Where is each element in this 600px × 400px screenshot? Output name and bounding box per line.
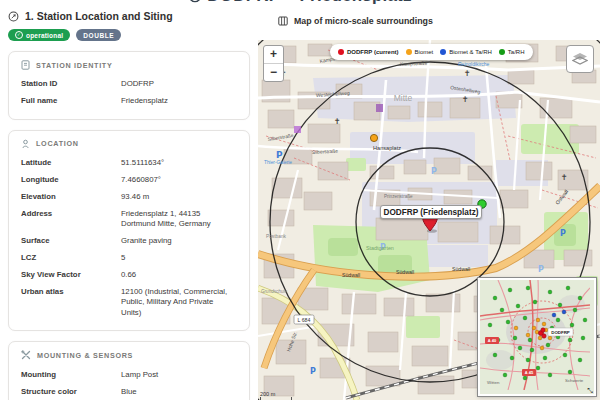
field-value: 51.5111634° [121, 158, 164, 169]
map-panel-title: Map of micro-scale surroundings [278, 16, 433, 26]
map-legend: DODFRP (current) Biomet Biomet & Ta/RH T… [330, 44, 533, 60]
field-row: LCZ5 [21, 250, 237, 267]
blue-dot-icon [440, 49, 446, 55]
field-row: Full nameFriedensplatz [21, 93, 237, 110]
page-title: DODFRP – Friedensplatz [0, 0, 600, 6]
location-header: LOCATION [21, 139, 237, 149]
field-value: 0.66 [121, 270, 136, 281]
field-value: 7.4660807° [121, 175, 161, 186]
svg-text:Prinzenstraße: Prinzenstraße [384, 194, 413, 199]
svg-text:A 45: A 45 [525, 370, 534, 375]
field-value: Blue [121, 387, 137, 398]
field-value: Friedensplatz 1, 44135 Dortmund Mitte, G… [121, 209, 233, 230]
svg-text:L 684: L 684 [298, 317, 311, 323]
svg-text:Mitte: Mitte [394, 93, 413, 103]
station-tooltip: DODFRP (Friedensplatz) [380, 205, 482, 219]
scale-bar: 200 m [260, 391, 292, 400]
church-icon: ✝ [561, 173, 568, 182]
field-label: Structure color [21, 387, 121, 396]
field-row: Urban atlas12100 (Industrial, Commercial… [21, 284, 237, 322]
svg-text:Thier-Galerie: Thier-Galerie [264, 160, 292, 165]
museum-icon [294, 126, 301, 133]
section-title: 1. Station Location and Siting [8, 10, 250, 22]
field-row: Station IDDODFRP [21, 76, 237, 93]
field-value: Friedensplatz [121, 96, 168, 107]
location-card: LOCATION Latitude51.5111634° Longitude7.… [8, 130, 250, 332]
svg-text:Hansaplatz: Hansaplatz [373, 145, 401, 151]
station-panel: 1. Station Location and Siting ✓ operati… [8, 10, 250, 400]
svg-text:Südwall: Südwall [452, 266, 470, 272]
field-label: Station ID [21, 79, 121, 88]
shop-icon [376, 104, 383, 112]
parking-icon: P [310, 367, 316, 376]
biomet-marker[interactable] [370, 134, 377, 141]
compass-icon [8, 11, 19, 22]
field-label: Mounting [21, 370, 121, 379]
church-icon: ✝ [334, 117, 341, 126]
micro-scale-map[interactable]: ✝ ✝ ✝ ✝ ✝ P P P P P P Kampstraße Kampstr… [258, 40, 600, 400]
zoom-out-button[interactable]: − [264, 64, 283, 81]
layers-button[interactable] [566, 45, 594, 73]
document-icon [21, 60, 30, 70]
svg-text:Reinoldikirche: Reinoldikirche [458, 61, 490, 67]
svg-text:Schwerte: Schwerte [565, 378, 584, 383]
church-icon: ✝ [462, 95, 469, 104]
tools-icon [21, 350, 31, 360]
mounting-header: MOUNTING & SENSORS [21, 350, 237, 360]
field-label: Elevation [21, 192, 121, 201]
map-icon [278, 16, 288, 26]
status-badge-operational: ✓ operational [8, 29, 70, 41]
parking-icon: P [276, 150, 283, 160]
field-row: SurfaceGranite paving [21, 233, 237, 250]
church-icon: ✝ [464, 69, 471, 78]
type-badge-double: DOUBLE [76, 29, 121, 41]
field-label: Latitude [21, 158, 121, 167]
zoom-control[interactable]: + − [263, 45, 284, 82]
inset-basemap: DODFRP A 40 A 45 Witten Schwerte [480, 280, 590, 390]
zoom-in-button[interactable]: + [264, 46, 283, 64]
field-row: AddressFriedensplatz 1, 44135 Dortmund M… [21, 205, 237, 232]
field-row: Longitude7.4660807° [21, 172, 237, 189]
legend-item-biomet: Biomet [406, 49, 434, 55]
field-label: Full name [21, 96, 121, 105]
status-badges: ✓ operational DOUBLE [8, 29, 250, 41]
field-label: Sky View Factor [21, 270, 121, 279]
field-label: LCZ [21, 253, 121, 262]
compass-icon [188, 0, 202, 8]
field-value: 93.46 m [121, 192, 149, 203]
parking-icon: P [538, 265, 544, 274]
legend-item-biomet-tarh: Biomet & Ta/RH [440, 49, 492, 55]
station-identity-header: STATION IDENTITY [21, 60, 237, 70]
station-identity-card: STATION IDENTITY Station IDDODFRP Full n… [8, 51, 250, 120]
field-value: 5 [121, 253, 125, 264]
road-ref-badge: L 684 [294, 315, 314, 324]
red-dot-icon [338, 49, 344, 55]
overview-inset-map[interactable]: DODFRP A 40 A 45 Witten Schwerte ⤡ [478, 278, 596, 396]
field-row: MountingLamp Post [21, 366, 237, 383]
field-value: 12100 (Industrial, Commercial, Public, M… [121, 287, 233, 319]
mounting-sensors-card: MOUNTING & SENSORS MountingLamp Post Str… [8, 341, 250, 400]
field-row: Elevation93.46 m [21, 189, 237, 206]
svg-text:Südwall: Südwall [396, 269, 414, 275]
parking-icon: P [560, 229, 566, 238]
svg-text:Südwall: Südwall [342, 272, 360, 278]
svg-text:A 40: A 40 [488, 338, 497, 343]
field-value: Lamp Post [121, 370, 158, 381]
svg-text:Stadtgarten: Stadtgarten [366, 245, 394, 251]
legend-item-current: DODFRP (current) [338, 49, 399, 55]
legend-item-tarh: Ta/RH [499, 49, 525, 55]
svg-text:Postbank: Postbank [266, 234, 287, 239]
layers-icon [572, 52, 588, 66]
check-circle-icon: ✓ [15, 31, 23, 39]
field-label: Address [21, 209, 121, 218]
section-title-text: 1. Station Location and Siting [25, 10, 173, 22]
field-label: Urban atlas [21, 287, 121, 296]
field-row: Structure colorBlue [21, 383, 237, 400]
svg-text:Witten: Witten [487, 380, 500, 385]
orange-dot-icon [406, 49, 412, 55]
inset-expand-icon[interactable]: ⤡ [587, 387, 593, 394]
location-pin-icon [21, 139, 30, 149]
field-value: DODFRP [121, 79, 154, 90]
green-dot-icon [499, 49, 505, 55]
field-row: Latitude51.5111634° [21, 155, 237, 172]
